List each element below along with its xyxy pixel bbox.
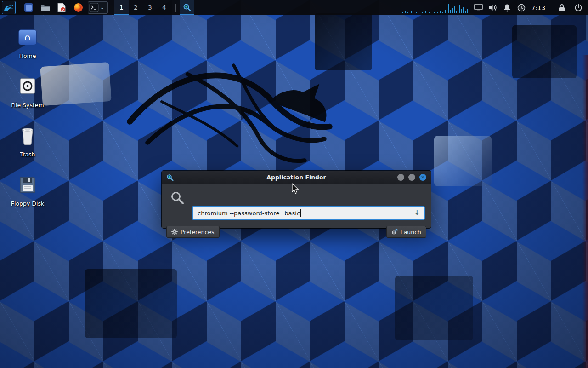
preferences-button-label: Preferences bbox=[181, 229, 215, 236]
terminal-icon bbox=[89, 3, 99, 12]
launch-icon bbox=[391, 229, 398, 235]
search-input[interactable]: chromium --password-store=basic ↓ bbox=[192, 206, 425, 220]
search-input-value: chromium --password-store=basic bbox=[198, 210, 300, 217]
workspace-switcher: 1 2 3 4 bbox=[114, 0, 171, 15]
application-finder-window-icon bbox=[166, 174, 174, 181]
top-panel: ⌄ 1 2 3 4 bbox=[0, 0, 588, 15]
window-title: Application Finder bbox=[162, 174, 431, 181]
desktop-icon-floppy-disk[interactable]: Floppy Disk bbox=[2, 173, 53, 207]
trash-icon bbox=[19, 126, 36, 145]
terminal-launcher-group[interactable]: ⌄ bbox=[88, 1, 108, 14]
launch-button[interactable]: Launch bbox=[386, 226, 426, 238]
desktop-icon-label: File System bbox=[2, 102, 53, 109]
panel-clock[interactable]: 7:13 bbox=[531, 4, 545, 12]
maximize-button[interactable] bbox=[408, 174, 415, 181]
search-icon bbox=[170, 191, 184, 205]
gear-icon bbox=[171, 229, 178, 235]
system-tray: 7:13 bbox=[401, 2, 586, 14]
power-icon bbox=[574, 4, 582, 12]
document-icon bbox=[57, 3, 66, 12]
floppy-disk-icon bbox=[18, 176, 37, 194]
lock-icon bbox=[558, 4, 565, 12]
blue-app-launcher[interactable] bbox=[22, 1, 35, 14]
desktop-icon-trash[interactable]: Trash bbox=[2, 124, 53, 158]
dropdown-arrow-icon[interactable]: ↓ bbox=[414, 208, 420, 217]
workspace-4[interactable]: 4 bbox=[157, 0, 171, 15]
minimize-button[interactable] bbox=[397, 174, 404, 181]
lock-screen-button[interactable] bbox=[557, 3, 567, 13]
display-settings-tray-button[interactable] bbox=[474, 3, 484, 13]
desktop-icon-label: Floppy Disk bbox=[2, 200, 53, 207]
home-icon: ⌂ bbox=[18, 29, 37, 45]
volume-tray-button[interactable] bbox=[488, 3, 498, 13]
bell-icon bbox=[503, 4, 511, 12]
file-manager-launcher[interactable] bbox=[38, 1, 52, 14]
session-buttons bbox=[557, 3, 583, 13]
speaker-icon bbox=[488, 4, 497, 12]
window-titlebar[interactable]: Application Finder ✕ bbox=[162, 171, 431, 184]
search-icon bbox=[183, 3, 191, 12]
launch-button-label: Launch bbox=[401, 229, 421, 236]
applications-menu-button[interactable] bbox=[2, 1, 16, 14]
house-glyph: ⌂ bbox=[24, 32, 31, 42]
close-button[interactable]: ✕ bbox=[419, 174, 426, 181]
kali-logo-icon bbox=[3, 3, 14, 12]
window-body: chromium --password-store=basic ↓ Prefer… bbox=[162, 184, 431, 228]
application-finder-window: Application Finder ✕ chromium --password… bbox=[162, 171, 431, 228]
logout-button[interactable] bbox=[573, 3, 583, 13]
blue-window-icon bbox=[24, 3, 34, 12]
clock-icon bbox=[517, 4, 526, 12]
file-system-icon bbox=[18, 77, 37, 96]
desktop-icon-label: Home bbox=[2, 52, 53, 59]
panel-separator bbox=[175, 4, 176, 12]
close-icon: ✕ bbox=[421, 175, 424, 180]
text-caret bbox=[300, 209, 301, 217]
folder-icon bbox=[40, 4, 50, 12]
desktop-icon-home[interactable]: ⌂ Home bbox=[2, 26, 53, 59]
desktop-icon-label: Trash bbox=[2, 151, 53, 158]
notifications-tray-button[interactable] bbox=[502, 3, 512, 13]
firefox-icon bbox=[74, 3, 83, 12]
desktop-icon-file-system[interactable]: File System bbox=[2, 75, 53, 109]
preferences-button[interactable]: Preferences bbox=[166, 226, 220, 238]
application-finder-panel-button[interactable] bbox=[180, 0, 194, 15]
cpu-graph-icon bbox=[401, 2, 469, 14]
workspace-3[interactable]: 3 bbox=[143, 0, 157, 15]
text-editor-launcher[interactable] bbox=[55, 1, 68, 14]
clock-tray-button[interactable] bbox=[516, 3, 526, 13]
display-icon bbox=[474, 4, 483, 12]
system-monitor-graph[interactable] bbox=[401, 2, 469, 14]
firefox-launcher[interactable] bbox=[71, 1, 85, 14]
workspace-1[interactable]: 1 bbox=[114, 0, 129, 15]
chevron-down-icon[interactable]: ⌄ bbox=[99, 4, 107, 12]
window-controls: ✕ bbox=[397, 174, 426, 181]
workspace-2[interactable]: 2 bbox=[129, 0, 143, 15]
